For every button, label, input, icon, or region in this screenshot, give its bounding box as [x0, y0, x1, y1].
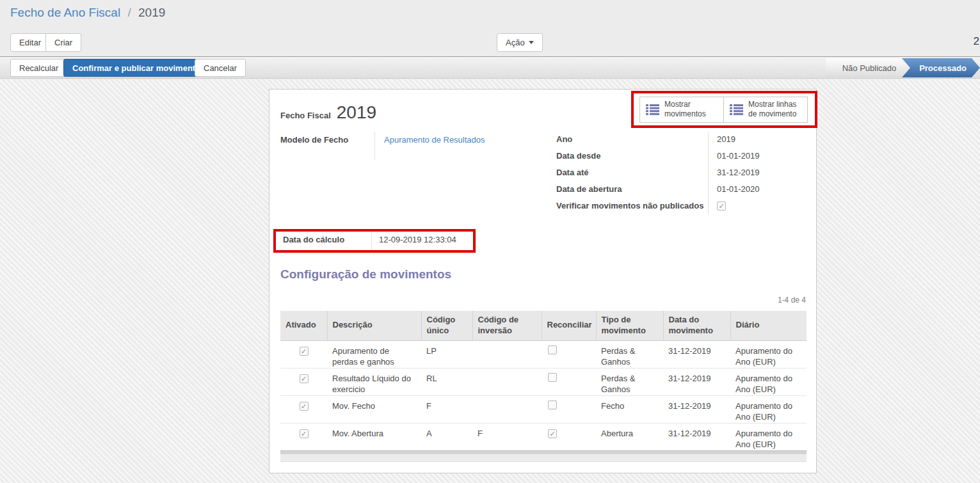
- field-label-ano: Ano: [556, 132, 708, 148]
- cell-description: Mov. Fecho: [327, 395, 421, 423]
- cell-journal: Apuramento do Ano (EUR): [730, 368, 807, 395]
- field-label-data-de-abertura: Data de abertura: [556, 182, 708, 198]
- confirm-post-moves-button[interactable]: Confirmar e publicar movimentos: [63, 59, 214, 77]
- right-field-group: Ano 2019 Data desde 01-01-2019 Data até …: [556, 132, 812, 215]
- cell-description: Apuramento de perdas e ganhos: [327, 340, 421, 368]
- status-step-nao-publicado[interactable]: Não Publicado: [826, 58, 909, 77]
- cell-code: F: [421, 395, 472, 423]
- show-moves-label: Mostrar movimentos: [664, 100, 721, 119]
- cell-move-date: 31-12-2019: [663, 395, 730, 423]
- column-header-data-movimento[interactable]: Data do movimento: [663, 311, 730, 340]
- field-value-data-de-abertura: 01-01-2020: [708, 182, 812, 198]
- list-pager: 1-4 de 4: [778, 296, 806, 305]
- table-row[interactable]: ✓ Resultado Líquido do exercicio RL Perd…: [280, 368, 807, 395]
- cell-move-date: 31-12-2019: [663, 340, 730, 368]
- activated-checkbox: ✓: [300, 347, 309, 356]
- breadcrumb-separator: /: [127, 6, 131, 19]
- field-value-ano: 2019: [708, 132, 812, 148]
- column-header-codigo-unico[interactable]: Código único: [421, 311, 472, 340]
- list-icon: [646, 104, 659, 115]
- list-icon: [730, 104, 743, 115]
- cell-move-date: 31-12-2019: [663, 368, 730, 395]
- cell-move-type: Perdas & Ganhos: [596, 368, 663, 395]
- field-value-data-ate: 31-12-2019: [708, 165, 812, 182]
- field-ano: Ano 2019: [556, 132, 812, 148]
- show-moves-button[interactable]: Mostrar movimentos: [639, 97, 724, 123]
- action-menu-label: Ação: [506, 38, 525, 47]
- field-label-data-do-calculo: Data do cálculo: [276, 232, 371, 250]
- breadcrumb-current: 2019: [138, 6, 165, 19]
- status-bar: Não Publicado Processado: [826, 58, 980, 77]
- show-move-lines-label: Mostrar linhas de movimento: [748, 100, 805, 119]
- field-value-modelo-de-fecho: Apuramento de Resultados: [374, 132, 485, 160]
- field-verificar-movimentos: Verificar movimentos não publicados ✓: [556, 198, 812, 215]
- column-header-tipo-movimento[interactable]: Tipo de movimento: [596, 311, 663, 340]
- cell-reversal-code: F: [472, 423, 542, 450]
- field-modelo-de-fecho: Modelo de Fecho Apuramento de Resultados: [280, 132, 549, 160]
- cell-journal: Apuramento do Ano (EUR): [730, 340, 807, 368]
- cell-move-type: Perdas & Ganhos: [596, 340, 663, 368]
- column-header-descricao[interactable]: Descrição: [327, 311, 421, 340]
- content-area: Fecho Fiscal 2019 Mostrar movimentos: [0, 79, 980, 483]
- column-header-diario[interactable]: Diário: [730, 311, 807, 340]
- cell-code: RL: [421, 368, 472, 395]
- activated-checkbox: ✓: [300, 429, 309, 438]
- verificar-movimentos-checkbox: ✓: [717, 202, 726, 210]
- field-label-data-desde: Data desde: [556, 148, 708, 165]
- cell-move-type: Fecho: [596, 395, 663, 423]
- reconcile-checkbox: ✓: [548, 429, 557, 438]
- table-row[interactable]: ✓ Mov. Abertura A F ✓ Abertura 31-12-201…: [280, 423, 807, 450]
- cell-journal: Apuramento do Ano (EUR): [730, 423, 807, 450]
- recalculate-button[interactable]: Recalcular: [10, 59, 67, 77]
- action-menu-button[interactable]: Ação: [497, 33, 543, 52]
- form-sheet: Fecho Fiscal 2019 Mostrar movimentos: [269, 89, 817, 473]
- field-data-de-abertura: Data de abertura 01-01-2020: [556, 182, 812, 198]
- sheet-title-value: 2019: [337, 102, 376, 123]
- cell-description: Resultado Líquido do exercicio: [327, 368, 421, 395]
- field-value-verificar-movimentos: ✓: [708, 198, 812, 215]
- create-button[interactable]: Criar: [45, 33, 81, 52]
- cell-journal: Apuramento do Ano (EUR): [730, 395, 807, 423]
- field-label-data-ate: Data até: [556, 165, 708, 182]
- section-title-configuracao: Configuração de movimentos: [280, 267, 451, 281]
- status-step-processado[interactable]: Processado: [902, 58, 980, 77]
- field-label-verificar-movimentos: Verificar movimentos não publicados: [556, 198, 708, 215]
- cell-reversal-code: [472, 368, 542, 395]
- cell-move-type: Abertura: [596, 423, 663, 450]
- action-bar: Recalcular Confirmar e publicar moviment…: [0, 56, 980, 79]
- edit-button[interactable]: Editar: [10, 33, 50, 52]
- field-data-ate: Data até 31-12-2019: [556, 165, 812, 182]
- breadcrumb-link-fecho-de-ano-fiscal[interactable]: Fecho de Ano Fiscal: [10, 6, 120, 19]
- screen: Fecho de Ano Fiscal / 2019 Editar Criar …: [0, 0, 980, 483]
- column-header-codigo-inversao[interactable]: Código de inversão: [472, 311, 542, 340]
- cancel-button[interactable]: Cancelar: [195, 59, 246, 77]
- record-count: 2: [974, 35, 979, 48]
- field-value-data-do-calculo: 12-09-2019 12:33:04: [371, 232, 473, 250]
- reconcile-checkbox: [548, 400, 557, 409]
- column-header-reconciliar[interactable]: Reconciliar: [542, 311, 596, 340]
- table-row[interactable]: ✓ Apuramento de perdas e ganhos LP Perda…: [280, 340, 807, 368]
- annotation-box-smart-buttons: Mostrar movimentos Mostrar linhas de mov…: [631, 91, 817, 128]
- list-footer-band-light: [280, 454, 807, 462]
- sheet-title: Fecho Fiscal 2019: [280, 102, 376, 123]
- cell-code: A: [421, 423, 472, 450]
- moves-configuration-list: Ativado Descrição Código único Código de…: [280, 311, 807, 462]
- annotation-box-data-do-calculo: Data do cálculo 12-09-2019 12:33:04: [273, 229, 476, 253]
- table-header-row: Ativado Descrição Código único Código de…: [280, 311, 807, 340]
- cell-code: LP: [421, 340, 472, 368]
- activated-checkbox: ✓: [300, 374, 309, 383]
- column-header-ativado[interactable]: Ativado: [280, 311, 327, 340]
- reconcile-checkbox: [548, 345, 557, 354]
- table-row[interactable]: ✓ Mov. Fecho F Fecho 31-12-2019 Apuramen…: [280, 395, 807, 423]
- cell-reversal-code: [472, 395, 542, 423]
- show-move-lines-button[interactable]: Mostrar linhas de movimento: [723, 97, 808, 123]
- chevron-down-icon: [529, 41, 534, 44]
- field-data-desde: Data desde 01-01-2019: [556, 148, 812, 165]
- cell-move-date: 31-12-2019: [663, 423, 730, 450]
- modelo-de-fecho-link[interactable]: Apuramento de Resultados: [384, 135, 485, 145]
- activated-checkbox: ✓: [300, 402, 309, 411]
- reconcile-checkbox: [548, 373, 557, 382]
- field-label-modelo-de-fecho: Modelo de Fecho: [280, 132, 374, 160]
- sheet-title-label: Fecho Fiscal: [280, 111, 331, 120]
- cell-reversal-code: [472, 340, 542, 368]
